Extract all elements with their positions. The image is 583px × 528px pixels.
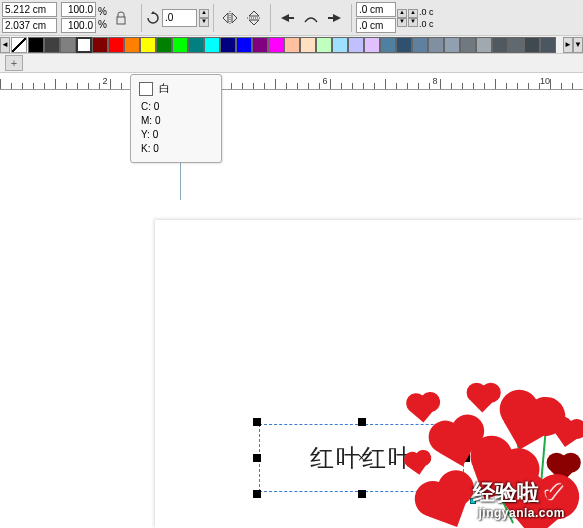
color-swatch[interactable] [108,37,124,53]
mirror-horizontal-button[interactable] [219,7,241,29]
handle-bottom-middle[interactable] [358,490,366,498]
color-swatch[interactable] [44,37,60,53]
color-swatch[interactable] [460,37,476,53]
color-swatch[interactable] [492,37,508,53]
spinner-up[interactable]: ▲ [397,9,407,18]
ruler-label: 10 [540,76,550,86]
scale-group [61,2,96,33]
dim-spinner[interactable]: ▲ ▼ [397,9,407,27]
color-swatch[interactable] [540,37,556,53]
color-swatch[interactable] [380,37,396,53]
percent-label: % % [98,6,107,30]
document-palette: + [0,54,583,72]
ruler-label: 8 [432,76,437,86]
color-swatch[interactable] [28,37,44,53]
color-swatch[interactable] [300,37,316,53]
watermark-text: 经验啦 [473,478,539,508]
handle-middle-left[interactable] [253,454,261,462]
tooltip-k-value: K: 0 [141,142,213,156]
position-group [2,2,57,33]
color-palette: ◄ ► ▼ [0,36,583,54]
handle-top-middle[interactable] [358,418,366,426]
spinner-up[interactable]: ▲ [199,9,209,18]
ruler-label: 6 [322,76,327,86]
color-swatch[interactable] [156,37,172,53]
color-swatch[interactable] [76,37,92,53]
separator [141,4,142,32]
unit-suffix: .0 c .0 c [419,7,434,29]
dim-spinner-2[interactable]: ▲ ▼ [408,9,418,27]
color-swatch[interactable] [124,37,140,53]
separator [270,4,271,32]
tooltip-m-value: M: 0 [141,114,213,128]
color-swatch[interactable] [444,37,460,53]
ruler-label: 2 [102,76,107,86]
color-swatch[interactable] [396,37,412,53]
palette-menu[interactable]: ▼ [573,37,583,53]
mirror-vertical-button[interactable] [243,7,265,29]
palette-scroll-right[interactable]: ► [563,37,573,53]
handle-top-left[interactable] [253,418,261,426]
outline-width-1[interactable] [356,2,396,17]
tooltip-color-name: 白 [159,81,170,96]
color-swatch[interactable] [268,37,284,53]
watermark: 经验啦 ✔ jingyanla.com [473,477,565,520]
arrow-start-button[interactable] [276,7,298,29]
scale-y-input[interactable] [61,18,96,33]
color-swatch[interactable] [524,37,540,53]
rotation-group: ▲ ▼ [146,9,209,27]
rotate-icon [146,11,160,25]
add-color-button[interactable]: + [5,55,23,71]
color-swatch[interactable] [172,37,188,53]
tooltip-c-value: C: 0 [141,100,213,114]
canvas[interactable]: 红叶红叶 × 经验啦 ✔ jingyanla.com [0,90,583,528]
horizontal-ruler[interactable]: 2 4 6 8 10 [0,72,583,90]
color-swatch[interactable] [204,37,220,53]
color-swatch[interactable] [316,37,332,53]
check-icon: ✔ [543,477,565,508]
spinner-down[interactable]: ▼ [199,18,209,27]
color-swatch[interactable] [140,37,156,53]
color-swatch[interactable] [284,37,300,53]
lock-aspect-button[interactable] [113,10,129,26]
rotation-input[interactable] [162,9,197,27]
tooltip-y-value: Y: 0 [141,128,213,142]
svg-rect-0 [117,17,125,24]
color-swatch[interactable] [428,37,444,53]
color-swatch[interactable] [60,37,76,53]
x-position-input[interactable] [2,2,57,17]
property-bar: % % ▲ ▼ ▲ ▼ ▲ ▼ .0 c . [0,0,583,36]
spinner-up[interactable]: ▲ [408,9,418,18]
y-position-input[interactable] [2,18,57,33]
spinner-down[interactable]: ▼ [408,18,418,27]
color-swatch[interactable] [364,37,380,53]
color-swatch[interactable] [236,37,252,53]
tooltip-swatch [139,82,153,96]
watermark-url: jingyanla.com [473,506,565,520]
separator [351,4,352,32]
arrow-line-button[interactable] [300,7,322,29]
no-fill-swatch[interactable] [11,37,27,53]
separator [213,4,214,32]
color-swatch[interactable] [252,37,268,53]
handle-bottom-left[interactable] [253,490,261,498]
color-swatch[interactable] [220,37,236,53]
selection-center-icon: × [358,451,365,465]
color-swatch[interactable] [188,37,204,53]
color-swatch[interactable] [476,37,492,53]
outline-dim-group [356,2,396,33]
color-swatch[interactable] [348,37,364,53]
color-swatch[interactable] [412,37,428,53]
color-swatch[interactable] [332,37,348,53]
rotation-spinner[interactable]: ▲ ▼ [199,9,209,27]
arrow-end-button[interactable] [324,7,346,29]
outline-width-2[interactable] [356,18,396,33]
color-swatch[interactable] [92,37,108,53]
color-swatch[interactable] [508,37,524,53]
scale-x-input[interactable] [61,2,96,17]
color-tooltip: 白 C: 0 M: 0 Y: 0 K: 0 [130,74,222,163]
spinner-down[interactable]: ▼ [397,18,407,27]
palette-scroll-left[interactable]: ◄ [0,37,10,53]
